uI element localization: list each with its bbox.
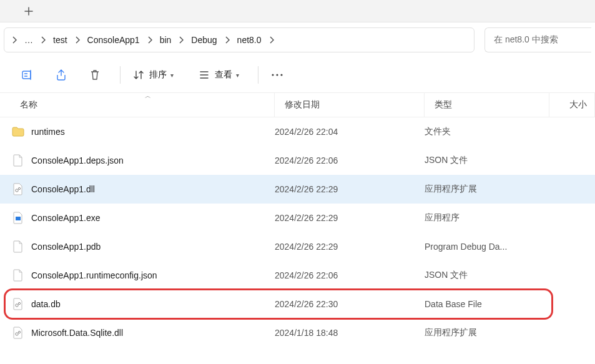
file-name: ConsoleApp1.exe — [31, 213, 275, 223]
file-name: data.db — [31, 299, 275, 309]
list-icon — [199, 69, 210, 81]
sort-icon — [133, 69, 144, 81]
delete-button[interactable] — [80, 62, 110, 87]
exe-icon — [11, 211, 25, 225]
file-row[interactable]: ConsoleApp1.exe2024/2/26 22:29应用程序 — [0, 204, 595, 232]
file-type: 文件夹 — [425, 126, 549, 137]
file-row[interactable]: ConsoleApp1.runtimeconfig.json2024/2/26 … — [0, 261, 595, 290]
view-label: 查看 — [215, 69, 232, 81]
chevron-right-icon — [177, 34, 185, 46]
file-type: 应用程序扩展 — [425, 327, 549, 338]
dll-icon — [11, 182, 25, 196]
rename-icon — [21, 69, 34, 81]
column-header-name[interactable]: 名称 — [0, 93, 275, 117]
new-tab-button[interactable] — [19, 2, 39, 20]
breadcrumb-item-debug[interactable]: Debug — [185, 32, 223, 47]
column-header-date[interactable]: 修改日期 — [275, 93, 425, 117]
more-icon — [271, 73, 283, 77]
dll-icon — [11, 326, 25, 340]
svg-point-3 — [280, 74, 282, 76]
column-header-size[interactable]: 大小 — [549, 93, 595, 117]
file-icon — [11, 240, 25, 253]
json-icon — [11, 154, 25, 167]
svg-point-2 — [276, 74, 278, 76]
file-type: Program Debug Da... — [425, 242, 549, 252]
file-date: 2024/2/26 22:04 — [275, 127, 425, 137]
column-header-type[interactable]: 类型 — [425, 93, 549, 117]
file-row[interactable]: ConsoleApp1.pdb2024/2/26 22:29Program De… — [0, 232, 595, 261]
file-date: 2024/2/26 22:29 — [275, 242, 425, 252]
file-type: 应用程序扩展 — [425, 184, 549, 195]
breadcrumb-item-consoleapp1[interactable]: ConsoleApp1 — [81, 32, 146, 47]
chevron-down-icon: ▾ — [236, 72, 239, 79]
chevron-right-icon — [74, 34, 81, 46]
breadcrumb-overflow[interactable]: … — [18, 32, 39, 47]
file-date: 2024/2/26 22:29 — [275, 213, 425, 223]
chevron-right-icon — [224, 34, 231, 46]
view-button[interactable]: 查看 ▾ — [192, 62, 245, 87]
chevron-down-icon: ▾ — [170, 72, 174, 79]
nav-row: … test ConsoleApp1 bin Debug net8.0 在 ne… — [0, 22, 595, 57]
file-row[interactable]: ConsoleApp1.dll2024/2/26 22:29应用程序扩展 — [0, 175, 595, 204]
file-name: ConsoleApp1.runtimeconfig.json — [31, 270, 275, 280]
search-placeholder: 在 net8.0 中搜索 — [494, 34, 558, 46]
sort-indicator-icon: ︿ — [145, 92, 151, 101]
db-icon — [11, 297, 25, 311]
json-icon — [11, 268, 25, 282]
column-header-row: ︿ 名称 修改日期 类型 大小 — [0, 92, 595, 117]
file-date: 2024/2/26 22:06 — [275, 155, 425, 165]
file-type: JSON 文件 — [425, 155, 549, 166]
rename-button[interactable] — [12, 62, 42, 87]
toolbar-separator — [120, 66, 120, 84]
breadcrumb-item-bin[interactable]: bin — [154, 32, 178, 47]
search-input[interactable]: 在 net8.0 中搜索 — [484, 27, 591, 52]
trash-icon — [89, 69, 101, 81]
svg-rect-0 — [22, 71, 31, 79]
file-row[interactable]: data.db2024/2/26 22:30Data Base File — [0, 290, 595, 318]
file-date: 2024/2/26 22:29 — [275, 184, 425, 194]
sort-label: 排序 — [149, 69, 167, 81]
file-name: runtimes — [31, 127, 275, 137]
toolbar-separator — [258, 66, 258, 84]
svg-rect-6 — [16, 217, 21, 220]
file-type: Data Base File — [425, 299, 549, 309]
file-type: 应用程序 — [425, 212, 549, 224]
file-row[interactable]: Microsoft.Data.Sqlite.dll2024/1/18 18:48… — [0, 318, 595, 347]
file-name: ConsoleApp1.pdb — [31, 242, 275, 252]
file-date: 2024/1/18 18:48 — [275, 328, 425, 338]
chevron-right-icon — [39, 34, 47, 46]
file-row[interactable]: ConsoleApp1.deps.json2024/2/26 22:06JSON… — [0, 146, 595, 175]
file-type: JSON 文件 — [425, 270, 549, 281]
sort-button[interactable]: 排序 ▾ — [127, 62, 180, 87]
folder-icon — [11, 125, 25, 139]
chevron-right-icon — [268, 34, 275, 46]
file-date: 2024/2/26 22:06 — [275, 270, 425, 280]
chevron-right-icon — [146, 34, 154, 46]
breadcrumb[interactable]: … test ConsoleApp1 bin Debug net8.0 — [4, 27, 475, 52]
file-row[interactable]: runtimes2024/2/26 22:04文件夹 — [0, 117, 595, 146]
svg-point-1 — [272, 74, 273, 76]
breadcrumb-item-test[interactable]: test — [47, 32, 74, 47]
tab-bar — [0, 0, 595, 22]
plus-icon — [24, 7, 33, 16]
toolbar: 排序 ▾ 查看 ▾ — [0, 57, 595, 92]
file-list: runtimes2024/2/26 22:04文件夹ConsoleApp1.de… — [0, 117, 595, 347]
share-icon — [55, 69, 67, 81]
breadcrumb-item-net8[interactable]: net8.0 — [231, 32, 268, 47]
chevron-right-icon — [11, 34, 18, 46]
file-name: ConsoleApp1.dll — [31, 184, 275, 194]
share-button[interactable] — [46, 62, 76, 87]
file-name: ConsoleApp1.deps.json — [31, 155, 275, 165]
file-name: Microsoft.Data.Sqlite.dll — [31, 328, 275, 338]
more-button[interactable] — [265, 62, 290, 87]
file-date: 2024/2/26 22:30 — [275, 299, 425, 309]
